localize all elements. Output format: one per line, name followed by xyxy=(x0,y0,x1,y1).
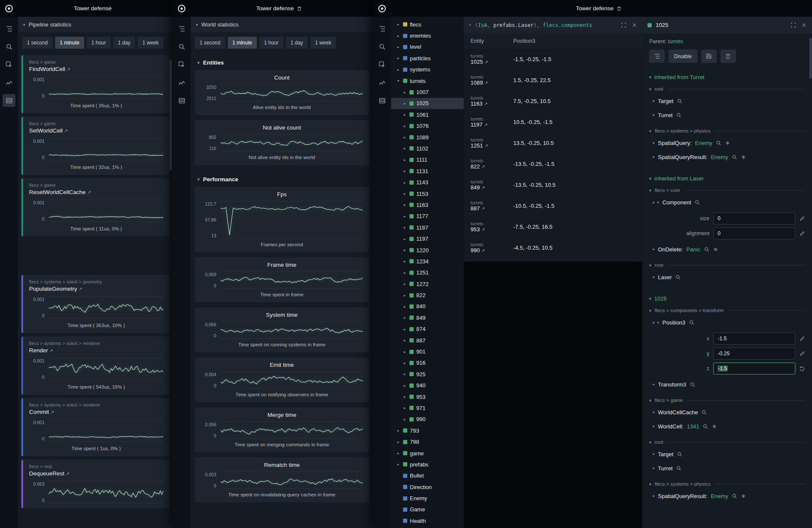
inspector-section-header[interactable]: ▾inherited from Turret xyxy=(649,74,805,80)
entity-id-link[interactable]: 1089↗ xyxy=(471,80,513,86)
search-icon[interactable] xyxy=(732,493,737,499)
query-result-row[interactable]: turrets822↗-13.5, -0.25, -1.5 xyxy=(464,153,642,174)
tree-item-849[interactable]: ▸849 xyxy=(391,312,464,323)
time-range-button[interactable]: 1 day xyxy=(113,37,135,49)
card-title-link[interactable]: PopulateGeometry↗ xyxy=(29,286,163,292)
tree-item-1153[interactable]: ▸1153 xyxy=(391,188,464,199)
inspector-scope-header[interactable]: ▾root xyxy=(649,440,805,445)
tree-item-Enemy[interactable]: Enemy xyxy=(391,493,464,504)
tree-item-prefabs[interactable]: ▸prefabs xyxy=(391,459,464,470)
component-row[interactable]: •Transform3 xyxy=(649,378,805,392)
entity-id-link[interactable]: 1197↗ xyxy=(471,121,513,128)
inspector-scope-header[interactable]: ▾flecs > systems > physics xyxy=(649,481,805,487)
tree-item-turrets[interactable]: ▾turrets xyxy=(391,75,464,86)
tree-item-1007[interactable]: ▸1007 xyxy=(391,86,464,97)
pencil-icon[interactable] xyxy=(799,230,805,236)
tree-item-1131[interactable]: ▸1131 xyxy=(391,165,464,177)
inspector-rail-button[interactable] xyxy=(3,58,15,71)
inspector-rail-button[interactable] xyxy=(376,58,388,71)
tree-item-enemies[interactable]: ▸enemies xyxy=(391,30,464,41)
tree-item-Direction[interactable]: Direction xyxy=(391,481,464,493)
inspector-scope-header[interactable]: ▾flecs > core xyxy=(649,188,805,193)
time-range-button[interactable]: 1 day xyxy=(286,37,308,49)
field-input[interactable]: 0 xyxy=(713,212,795,224)
entity-id-link[interactable]: 1251↗ xyxy=(471,142,513,149)
tree-item-1076[interactable]: ▸1076 xyxy=(391,121,464,132)
query-expression[interactable]: (IsA, prefabs.Laser), flecs.components xyxy=(475,22,592,28)
search-icon[interactable] xyxy=(676,466,682,471)
table-rail-button[interactable] xyxy=(3,94,15,107)
tree-item-1143[interactable]: ▸1143 xyxy=(391,177,464,188)
section-header[interactable]: ▾Entities xyxy=(195,53,369,70)
search-icon[interactable] xyxy=(677,451,683,457)
expand-icon[interactable] xyxy=(791,22,796,28)
search-icon[interactable] xyxy=(701,410,707,415)
tree-item-1102[interactable]: ▸1102 xyxy=(391,143,464,154)
table-rail-button[interactable] xyxy=(175,94,188,107)
tree-item-Game[interactable]: Game xyxy=(391,504,464,515)
asterisk-icon[interactable] xyxy=(725,140,730,146)
card-title-link[interactable]: DequeueRest↗ xyxy=(29,470,163,477)
time-range-button[interactable]: 1 hour xyxy=(87,37,111,49)
entity-id-link[interactable]: 887↗ xyxy=(471,205,513,212)
inspector-rail-button[interactable] xyxy=(175,58,188,71)
card-title-link[interactable]: Render↗ xyxy=(29,347,163,354)
game-canvas[interactable] xyxy=(464,262,642,528)
delete-button[interactable] xyxy=(721,50,736,63)
tree-item-1061[interactable]: ▸1061 xyxy=(391,109,464,120)
pencil-icon[interactable] xyxy=(799,215,805,221)
tree-item-916[interactable]: ▸916 xyxy=(391,357,464,369)
scrollbar-thumb[interactable] xyxy=(809,38,812,79)
window-titlebar[interactable]: Tower defense xyxy=(373,0,812,17)
hierarchy-rail-button[interactable] xyxy=(175,22,188,35)
card-title-link[interactable]: FindWorldCell↗ xyxy=(29,66,163,72)
time-range-button[interactable]: 1 hour xyxy=(259,37,283,49)
field-input[interactable]: -1.5 xyxy=(713,333,795,345)
search-rail-button[interactable] xyxy=(175,40,188,53)
query-result-row[interactable]: turrets1089↗1.5, -0.25, 22.5 xyxy=(464,70,642,91)
component-row[interactable]: •Turret xyxy=(649,108,805,122)
entity-id-link[interactable]: 953↗ xyxy=(471,226,513,233)
tree-item-901[interactable]: ▸901 xyxy=(391,346,464,357)
component-row[interactable]: •Target xyxy=(649,447,805,461)
disable-button[interactable]: Disable xyxy=(668,50,697,63)
inspector-scope-header[interactable]: ▾flecs > components > transform xyxy=(649,308,805,313)
tree-item-953[interactable]: ▸953 xyxy=(391,391,464,402)
panel-header[interactable]: ▾ Pipeline statistics xyxy=(18,17,173,32)
search-icon[interactable] xyxy=(689,320,694,325)
inspector-header[interactable]: 1025 xyxy=(642,17,812,33)
search-icon[interactable] xyxy=(677,98,683,104)
save-button[interactable] xyxy=(701,50,717,63)
entity-id-link[interactable]: 1163↗ xyxy=(471,100,513,107)
field-input[interactable]: -0.25 xyxy=(713,348,795,360)
tree-item-1251[interactable]: ▸1251 xyxy=(391,267,464,278)
asterisk-icon[interactable] xyxy=(712,424,717,429)
tree-item-990[interactable]: ▸990 xyxy=(391,414,464,425)
time-range-button[interactable]: 1 second xyxy=(22,37,53,49)
tree-item-Health[interactable]: Health xyxy=(391,515,464,526)
query-result-row[interactable]: turrets1251↗13.5, -0.25, 10.5 xyxy=(464,133,642,153)
tree-item-1220[interactable]: ▸1220 xyxy=(391,245,464,256)
table-rail-button[interactable] xyxy=(376,94,388,107)
search-icon[interactable] xyxy=(675,274,681,280)
expand-icon[interactable] xyxy=(621,22,627,28)
field-input[interactable]: 0 xyxy=(713,227,795,239)
inspector-scope-header[interactable]: ▾flecs > systems > physics xyxy=(649,128,805,133)
tree-item-822[interactable]: ▸822 xyxy=(391,289,464,301)
tree-item-1197[interactable]: ▸1197 xyxy=(391,233,464,244)
field-input[interactable]: -1.5 xyxy=(713,363,795,375)
asterisk-icon[interactable] xyxy=(713,247,718,252)
tree-item-798[interactable]: ▸798 xyxy=(391,436,464,447)
entity-id-link[interactable]: 849↗ xyxy=(471,184,513,191)
component-row[interactable]: •OnDelete:Panic xyxy=(649,242,805,257)
tree-item-1111[interactable]: ▸1111 xyxy=(391,154,464,165)
tree-item-940[interactable]: ▸940 xyxy=(391,380,464,391)
inspector-scope-header[interactable]: ▾root xyxy=(649,263,805,268)
tree-item-1177[interactable]: ▸1177 xyxy=(391,211,464,222)
card-title-link[interactable]: Commit↗ xyxy=(29,409,163,415)
inspector-section-header[interactable]: ▾inherited from Laser xyxy=(649,175,805,182)
tree-item-1089[interactable]: ▸1089 xyxy=(391,132,464,143)
search-icon[interactable] xyxy=(703,424,708,429)
search-icon[interactable] xyxy=(690,382,695,387)
inspector-scope-header[interactable]: ▾flecs > game xyxy=(649,398,805,403)
